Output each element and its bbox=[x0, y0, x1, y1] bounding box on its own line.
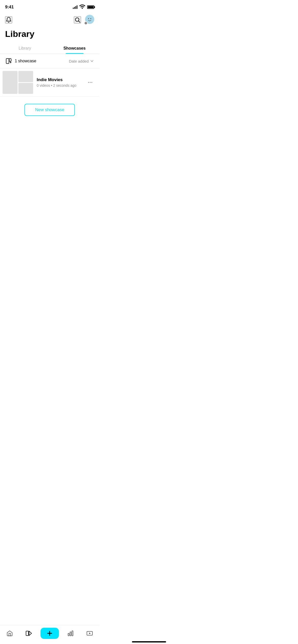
battery-icon bbox=[87, 5, 94, 9]
sort-label: Date added bbox=[69, 59, 89, 63]
thumb-cell-top-right bbox=[18, 71, 33, 82]
notification-button[interactable] bbox=[5, 16, 12, 23]
showcase-list-item[interactable]: Indie Movies 0 videos • 2 seconds ago bbox=[0, 68, 99, 97]
svg-point-9 bbox=[88, 82, 89, 83]
showcase-count-area: 1 showcase bbox=[5, 57, 36, 65]
signal-icon bbox=[73, 5, 77, 9]
thumb-cell-bottom-right bbox=[18, 83, 33, 94]
showcase-count-label: 1 showcase bbox=[15, 59, 36, 63]
top-action-bar bbox=[0, 13, 99, 28]
svg-point-4 bbox=[90, 18, 91, 19]
svg-rect-6 bbox=[9, 58, 11, 61]
search-button[interactable] bbox=[74, 16, 81, 23]
svg-point-2 bbox=[87, 16, 93, 23]
wifi-icon bbox=[79, 3, 86, 11]
svg-point-11 bbox=[91, 82, 92, 83]
sort-button[interactable]: Date added bbox=[69, 59, 94, 63]
thumb-cell-large bbox=[3, 71, 18, 94]
top-right-actions bbox=[74, 15, 94, 25]
count-bar: 1 showcase Date added bbox=[0, 54, 99, 68]
tab-showcases[interactable]: Showcases bbox=[50, 43, 99, 54]
svg-line-1 bbox=[79, 21, 80, 23]
svg-point-10 bbox=[90, 82, 91, 83]
tab-bar: Library Showcases bbox=[0, 43, 99, 54]
showcase-meta: 0 videos • 2 seconds ago bbox=[37, 83, 86, 87]
svg-rect-5 bbox=[6, 58, 9, 64]
showcase-add-icon bbox=[5, 57, 12, 65]
new-showcase-button[interactable]: New showcase bbox=[24, 104, 75, 116]
showcase-info: Indie Movies 0 videos • 2 seconds ago bbox=[37, 77, 86, 87]
status-icons bbox=[73, 3, 94, 11]
tab-library[interactable]: Library bbox=[0, 43, 50, 54]
status-time: 9:41 bbox=[5, 5, 14, 10]
status-bar: 9:41 bbox=[0, 0, 99, 13]
showcase-more-button[interactable] bbox=[86, 78, 94, 86]
showcase-name: Indie Movies bbox=[37, 77, 86, 82]
avatar-status-dot bbox=[84, 21, 88, 25]
svg-point-3 bbox=[88, 18, 89, 19]
avatar[interactable] bbox=[84, 15, 94, 25]
page-title: Library bbox=[0, 28, 99, 43]
showcase-thumbnail bbox=[3, 71, 33, 94]
